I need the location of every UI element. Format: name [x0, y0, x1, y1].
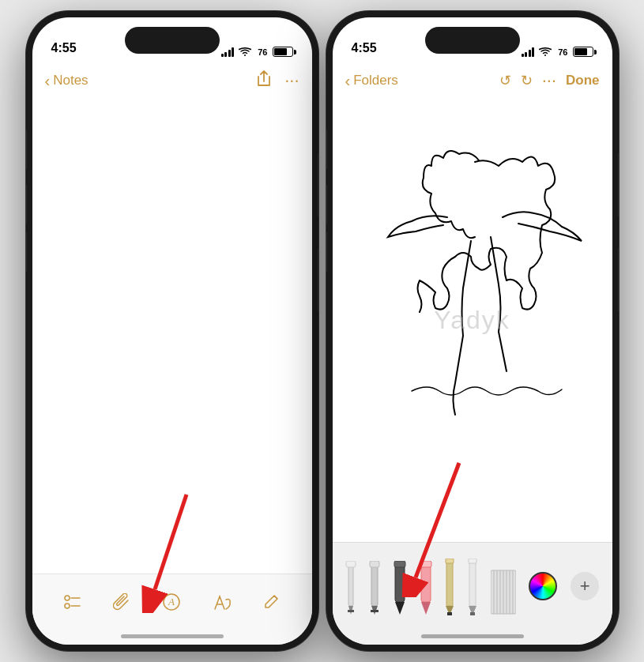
- dynamic-island-left: [125, 27, 220, 54]
- nav-actions-right: ↺ ↻ ··· Done: [499, 70, 600, 91]
- markup-icon[interactable]: A: [162, 592, 181, 611]
- drawing-toolbar: +: [333, 542, 612, 645]
- color-wheel-button[interactable]: [529, 555, 557, 618]
- phones-container: 4:55 76: [26, 11, 619, 651]
- svg-point-0: [65, 596, 70, 600]
- more-icon-left[interactable]: ···: [284, 70, 299, 91]
- tool-pencil[interactable]: [445, 555, 454, 618]
- status-time-left: 4:55: [51, 41, 77, 57]
- wifi-icon-right: [539, 47, 552, 57]
- signal-icon-left: [221, 47, 235, 57]
- tool-pen-thin[interactable]: [345, 555, 356, 618]
- format-icon[interactable]: [213, 593, 231, 611]
- chevron-left-icon-right: ‹: [345, 72, 351, 90]
- svg-rect-19: [421, 562, 431, 602]
- svg-rect-14: [371, 610, 378, 612]
- share-icon[interactable]: [256, 70, 272, 92]
- svg-point-1: [65, 604, 70, 608]
- redo-icon[interactable]: ↻: [521, 72, 533, 89]
- svg-rect-26: [469, 560, 476, 606]
- back-label-left: Notes: [53, 73, 88, 88]
- svg-rect-29: [469, 559, 476, 563]
- battery-icon-left: [273, 47, 293, 57]
- status-icons-left: 76: [221, 47, 293, 57]
- nav-actions-left: ···: [256, 70, 299, 92]
- chevron-left-icon: ‹: [45, 72, 51, 90]
- battery-text-left: 76: [258, 47, 267, 57]
- phone-right-screen: 4:55 76: [333, 17, 612, 645]
- tool-ruler[interactable]: [491, 555, 516, 618]
- content-area-left: [32, 98, 312, 574]
- svg-rect-21: [420, 561, 431, 567]
- back-label-right: Folders: [353, 73, 398, 88]
- add-tool-button[interactable]: +: [571, 555, 599, 618]
- more-icon-right[interactable]: ···: [542, 70, 556, 91]
- svg-marker-17: [395, 602, 405, 615]
- phone-right: 4:55 76: [326, 11, 619, 651]
- undo-icon[interactable]: ↺: [499, 72, 511, 89]
- checklist-icon[interactable]: [64, 593, 81, 611]
- svg-rect-11: [346, 561, 356, 567]
- nav-bar-right: ‹ Folders ↺ ↻ ··· Done: [333, 63, 612, 98]
- svg-text:A: A: [168, 596, 175, 607]
- svg-rect-10: [348, 610, 354, 612]
- tool-marker-pink[interactable]: [420, 555, 432, 618]
- phone-left-screen: 4:55 76: [32, 17, 312, 645]
- back-button-left[interactable]: ‹ Notes: [45, 72, 89, 90]
- svg-rect-22: [446, 560, 453, 606]
- svg-rect-25: [446, 559, 454, 563]
- compose-icon[interactable]: [262, 593, 280, 611]
- back-button-right[interactable]: ‹ Folders: [345, 72, 398, 90]
- svg-rect-18: [394, 561, 405, 567]
- svg-rect-16: [395, 562, 405, 602]
- status-time-right: 4:55: [352, 41, 377, 57]
- nav-bar-left: ‹ Notes ···: [32, 63, 312, 98]
- svg-rect-15: [370, 561, 379, 567]
- hand-drawing: [333, 98, 612, 542]
- tool-pen-gray[interactable]: [468, 555, 477, 618]
- svg-marker-20: [421, 602, 431, 615]
- add-icon[interactable]: +: [571, 572, 599, 600]
- battery-icon-right: [573, 47, 593, 57]
- svg-rect-28: [470, 612, 475, 615]
- tool-pen-medium[interactable]: [369, 555, 380, 618]
- battery-text-right: 76: [558, 47, 567, 57]
- svg-rect-8: [348, 562, 353, 606]
- wifi-icon-left: [239, 47, 251, 57]
- tool-brush-black[interactable]: [394, 555, 406, 618]
- phone-left: 4:55 76: [26, 11, 318, 651]
- dynamic-island-right: [425, 27, 520, 54]
- svg-rect-24: [447, 612, 452, 615]
- home-indicator-right: [421, 634, 524, 638]
- home-indicator-left: [121, 634, 224, 638]
- drawing-area: Yadyk: [333, 98, 612, 542]
- attachment-icon[interactable]: [113, 593, 130, 611]
- signal-icon-right: [522, 47, 535, 57]
- done-button[interactable]: Done: [566, 73, 600, 88]
- status-icons-right: 76: [522, 47, 593, 57]
- svg-rect-12: [371, 562, 378, 606]
